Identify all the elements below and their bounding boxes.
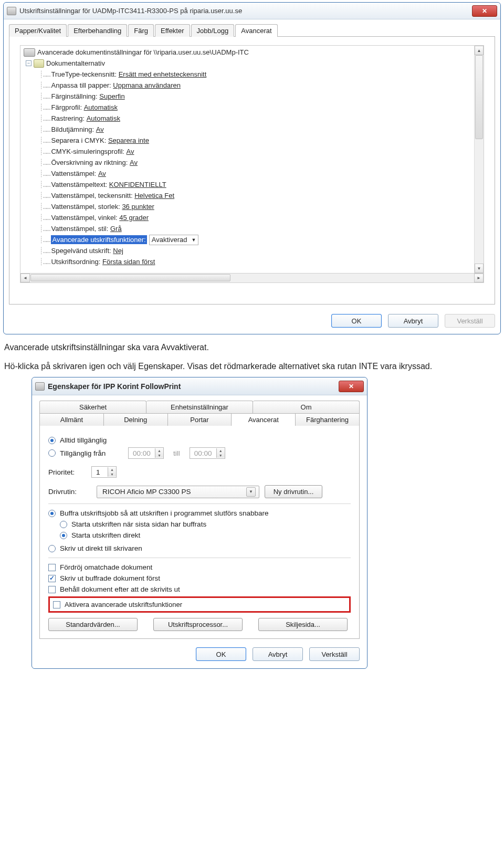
advanced-printing-combo[interactable]: Avaktiverad ▼ [149, 235, 199, 245]
always-available-row[interactable]: Alltid tillgänglig [48, 436, 351, 444]
tree-item[interactable]: ┊……Vattenstämpel, stil: Grå [24, 223, 472, 234]
priority-row: Prioritet: 1 ▲▼ [48, 466, 351, 478]
driver-label: Drivrutin: [48, 488, 91, 496]
close-button[interactable]: ✕ [339, 381, 364, 392]
new-driver-button[interactable]: Ny drivrutin... [265, 485, 322, 498]
radio-available-from[interactable] [48, 449, 56, 457]
radio-always-available[interactable] [48, 437, 56, 444]
start-after-row[interactable]: Starta utskriften när sista sidan har bu… [48, 520, 351, 528]
tree-item[interactable]: ┊……Vattenstämpel, teckensnitt: Helvetica… [24, 190, 472, 201]
radio-spool[interactable] [48, 510, 56, 517]
ok-button[interactable]: OK [196, 647, 246, 661]
tab-ports[interactable]: Portar [168, 413, 232, 426]
separator [48, 558, 351, 558]
time-from-spinner: 00:00 ▲▼ [128, 447, 164, 459]
chevron-down-icon[interactable]: ▼ [108, 472, 116, 477]
tree-item[interactable]: ┊……TrueType-teckensnitt: Ersätt med enhe… [24, 69, 472, 80]
tree-item[interactable]: ┊……Färgprofil: Automatisk [24, 102, 472, 113]
tree-item[interactable]: ┊……Färginställning: Superfin [24, 91, 472, 102]
selected-setting-label: Avancerade utskriftsfunktioner: [51, 235, 146, 244]
checkbox-enable-advanced[interactable] [53, 601, 60, 608]
available-from-row[interactable]: Tillgänglig från 00:00 ▲▼ till 00:00 ▲▼ [48, 447, 351, 459]
checkbox-spooled-first[interactable] [48, 575, 56, 582]
tree-item[interactable]: ┊……Separera i CMYK: Separera inte [24, 135, 472, 146]
hold-mismatched-row[interactable]: Fördröj omatchade dokument [48, 563, 351, 571]
window-title: Egenskaper för IPP Korint FollowPrint [48, 382, 181, 391]
tree-root[interactable]: Avancerade dokumentinställningar för \\r… [24, 47, 472, 58]
ok-button[interactable]: OK [331, 314, 382, 328]
chevron-down-icon: ▼ [217, 453, 225, 458]
scroll-thumb[interactable] [30, 274, 230, 281]
scroll-right-icon[interactable]: ► [474, 274, 484, 282]
chevron-down-icon: ▼ [246, 487, 256, 497]
checkbox-hold-mismatched[interactable] [48, 564, 56, 571]
tab-paper-quality[interactable]: Papper/Kvalitet [9, 24, 67, 37]
tab-about[interactable]: Om [253, 401, 360, 413]
checkbox-keep-docs[interactable] [48, 586, 56, 593]
horizontal-scrollbar[interactable]: ◄ ► [20, 274, 484, 283]
tab-finishing[interactable]: Efterbehandling [68, 24, 127, 37]
apply-button: Verkställ [445, 314, 495, 328]
scroll-down-icon[interactable]: ▼ [475, 264, 484, 273]
collapse-icon[interactable]: − [26, 60, 32, 66]
tab-color[interactable]: Färg [128, 24, 154, 37]
titlebar[interactable]: Utskriftsinställningar för UADMp-ITC3411… [4, 3, 500, 19]
tree-item[interactable]: ┊……Rastrering: Automatisk [24, 113, 472, 124]
driver-combo[interactable]: RICOH Aficio MP C3300 PS ▼ [97, 486, 259, 498]
radio-print-direct[interactable] [48, 545, 56, 552]
time-to-spinner: 00:00 ▲▼ [190, 447, 225, 459]
tree-item[interactable]: ┊……Bildutjämning: Av [24, 124, 472, 135]
titlebar[interactable]: Egenskaper för IPP Korint FollowPrint ✕ [32, 377, 367, 395]
tab-advanced[interactable]: Avancerat [235, 24, 277, 37]
separator [48, 503, 351, 504]
tab-advanced[interactable]: Avancerat [232, 413, 296, 426]
scroll-up-icon[interactable]: ▲ [475, 46, 484, 55]
separator-page-button[interactable]: Skiljesida... [258, 618, 348, 631]
tree-item[interactable]: ┊……Vattenstämpeltext: KONFIDENTIELLT [24, 179, 472, 190]
tree-item[interactable]: ┊……CMYK-simuleringsprofil: Av [24, 146, 472, 157]
start-direct-row[interactable]: Starta utskriften direkt [48, 531, 351, 539]
print-direct-row[interactable]: Skriv ut direkt till skrivaren [48, 544, 351, 552]
tab-sharing[interactable]: Delning [104, 413, 168, 426]
tree-item[interactable]: ┊……Anpassa till papper: Uppmana användar… [24, 80, 472, 91]
tree-item[interactable]: ┊……Vattenstämpel, storlek: 36 punkter [24, 201, 472, 212]
tab-general[interactable]: Allmänt [39, 413, 104, 426]
scroll-thumb[interactable] [475, 55, 483, 139]
tree-item[interactable]: ┊……Vattenstämpel, vinkel: 45 grader [24, 212, 472, 223]
tab-job-log[interactable]: Jobb/Logg [191, 24, 235, 37]
tree-item-advanced-printing[interactable]: ┊…… Avancerade utskriftsfunktioner: Avak… [24, 234, 472, 245]
chevron-down-icon: ▼ [155, 453, 163, 458]
print-spooled-first-row[interactable]: Skriv ut buffrade dokument först [48, 574, 351, 582]
priority-spinner[interactable]: 1 ▲▼ [91, 466, 117, 478]
printing-defaults-button[interactable]: Standardvärden... [48, 618, 138, 631]
cancel-button[interactable]: Avbryt [388, 314, 438, 328]
printer-icon [35, 382, 45, 391]
vertical-scrollbar[interactable]: ▲ ▼ [474, 46, 484, 273]
highlighted-option: Aktivera avancerade utskriftsfunktioner [48, 596, 351, 613]
tabs: Papper/Kvalitet Efterbehandling Färg Eff… [9, 24, 495, 37]
tree-item[interactable]: ┊……Spegelvänd utskrift: Nej [24, 245, 472, 256]
chevron-down-icon: ▼ [191, 237, 196, 243]
tree-item[interactable]: ┊……Utskriftsordning: Första sidan först [24, 256, 472, 267]
tree-item[interactable]: ┊……Vattenstämpel: Av [24, 168, 472, 179]
radio-start-after-last[interactable] [60, 521, 67, 528]
radio-start-immediately[interactable] [60, 532, 67, 539]
tree-item[interactable]: ┊……Överskrivning av riktning: Av [24, 157, 472, 168]
close-button[interactable]: ✕ [472, 5, 497, 17]
window-title: Utskriftsinställningar för UADMp-ITC3411… [19, 7, 242, 15]
tree-doc-options[interactable]: − Dokumentalternativ [24, 58, 472, 69]
tab-security[interactable]: Säkerhet [39, 401, 146, 413]
apply-button[interactable]: Verkställ [309, 647, 360, 661]
tab-device-settings[interactable]: Enhetsinställningar [146, 401, 253, 413]
cancel-button[interactable]: Avbryt [253, 647, 303, 661]
chevron-up-icon[interactable]: ▲ [108, 467, 116, 472]
tab-color-management[interactable]: Färghantering [296, 413, 360, 426]
tab-effects[interactable]: Effekter [155, 24, 190, 37]
print-processor-button[interactable]: Utskriftsprocessor... [153, 618, 243, 631]
keep-printed-row[interactable]: Behåll dokument efter att de skrivits ut [48, 585, 351, 593]
scroll-left-icon[interactable]: ◄ [20, 274, 30, 282]
priority-label: Prioritet: [48, 468, 91, 476]
spool-faster-row[interactable]: Buffra utskriftsjobb så att utskriften i… [48, 509, 351, 517]
doc-options-label: Dokumentalternativ [46, 59, 105, 67]
printer-icon [7, 7, 16, 15]
